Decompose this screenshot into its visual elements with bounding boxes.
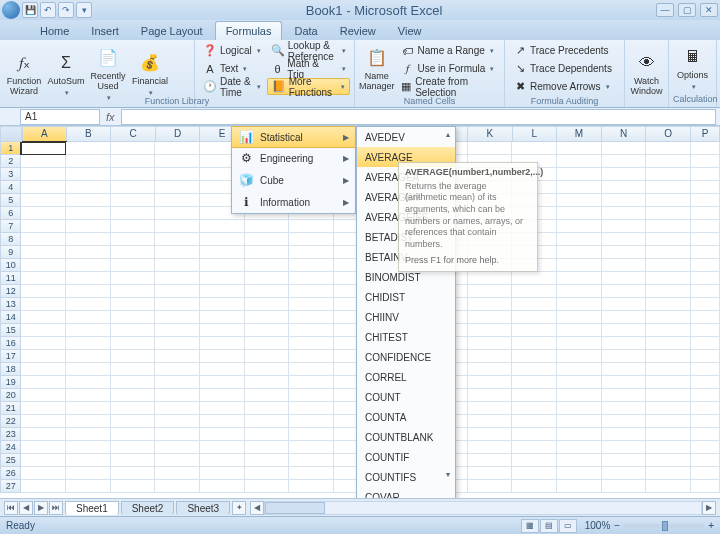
cell[interactable] (512, 467, 557, 480)
cell[interactable] (602, 259, 647, 272)
cell[interactable] (289, 324, 334, 337)
cell[interactable] (602, 155, 647, 168)
function-item[interactable]: COVAR (357, 487, 455, 498)
cell[interactable] (512, 311, 557, 324)
cell[interactable] (21, 428, 66, 441)
cell[interactable] (66, 480, 111, 493)
column-header[interactable]: C (111, 126, 156, 142)
cell[interactable] (111, 441, 156, 454)
cell[interactable] (512, 350, 557, 363)
cell[interactable] (691, 194, 720, 207)
cell[interactable] (512, 441, 557, 454)
cell[interactable] (512, 389, 557, 402)
cell[interactable] (602, 194, 647, 207)
cell[interactable] (200, 363, 245, 376)
cell[interactable] (691, 298, 720, 311)
cell[interactable] (200, 337, 245, 350)
cell[interactable] (289, 428, 334, 441)
cell[interactable] (111, 194, 156, 207)
logical-button[interactable]: ❓Logical▾ (199, 42, 265, 59)
cell[interactable] (66, 402, 111, 415)
cell[interactable] (691, 285, 720, 298)
cell[interactable] (557, 337, 602, 350)
cell[interactable] (557, 363, 602, 376)
cell[interactable] (21, 246, 66, 259)
cell[interactable] (512, 376, 557, 389)
math-button[interactable]: θMath & Trig▾ (267, 60, 350, 77)
cell[interactable] (602, 220, 647, 233)
cell[interactable] (21, 389, 66, 402)
row-header[interactable]: 25 (0, 454, 21, 467)
cell[interactable] (155, 441, 200, 454)
row-header[interactable]: 20 (0, 389, 21, 402)
cell[interactable] (155, 207, 200, 220)
cell[interactable] (155, 402, 200, 415)
cell[interactable] (691, 428, 720, 441)
cell[interactable] (602, 272, 647, 285)
cell[interactable] (155, 220, 200, 233)
cell[interactable] (21, 350, 66, 363)
cell[interactable] (200, 233, 245, 246)
cell[interactable] (21, 207, 66, 220)
row-header[interactable]: 2 (0, 155, 21, 168)
cell[interactable] (602, 376, 647, 389)
cell[interactable] (66, 194, 111, 207)
cell[interactable] (602, 233, 647, 246)
undo-icon[interactable]: ↶ (40, 2, 56, 18)
cell[interactable] (245, 350, 290, 363)
cell[interactable] (21, 467, 66, 480)
cell[interactable] (155, 480, 200, 493)
cell[interactable] (691, 181, 720, 194)
cell[interactable] (111, 324, 156, 337)
cell[interactable] (691, 480, 720, 493)
row-header[interactable]: 6 (0, 207, 21, 220)
cell[interactable] (111, 376, 156, 389)
cell[interactable] (691, 142, 720, 155)
cell[interactable] (66, 168, 111, 181)
lookup-button[interactable]: 🔍Lookup & Reference▾ (267, 42, 350, 59)
menu-item-engineering[interactable]: ⚙Engineering▶ (232, 147, 355, 169)
cell[interactable] (245, 285, 290, 298)
cell[interactable] (245, 467, 290, 480)
zoom-slider[interactable] (624, 524, 704, 528)
cell[interactable] (691, 350, 720, 363)
cell[interactable] (200, 402, 245, 415)
cell[interactable] (289, 350, 334, 363)
cell[interactable] (646, 259, 691, 272)
cell[interactable] (289, 454, 334, 467)
cell[interactable] (21, 376, 66, 389)
cell[interactable] (646, 155, 691, 168)
row-header[interactable]: 11 (0, 272, 21, 285)
cell[interactable] (646, 272, 691, 285)
cell[interactable] (245, 337, 290, 350)
cell[interactable] (155, 298, 200, 311)
cell[interactable] (646, 298, 691, 311)
cell[interactable] (512, 454, 557, 467)
cell[interactable] (245, 233, 290, 246)
cell[interactable] (111, 155, 156, 168)
zoom-out-button[interactable]: − (614, 520, 620, 531)
row-header[interactable]: 14 (0, 311, 21, 324)
cell[interactable] (66, 246, 111, 259)
cell[interactable] (691, 363, 720, 376)
cell[interactable] (289, 272, 334, 285)
cell[interactable] (512, 415, 557, 428)
cell[interactable] (691, 467, 720, 480)
cell[interactable] (691, 246, 720, 259)
cell[interactable] (245, 441, 290, 454)
cell[interactable] (289, 233, 334, 246)
function-item[interactable]: CORREL (357, 367, 455, 387)
column-header[interactable]: D (156, 126, 201, 142)
cell[interactable] (66, 220, 111, 233)
cell[interactable] (602, 467, 647, 480)
cell[interactable] (155, 246, 200, 259)
cell[interactable] (691, 402, 720, 415)
cell[interactable] (646, 441, 691, 454)
cell[interactable] (66, 311, 111, 324)
cell[interactable] (468, 363, 513, 376)
tab-review[interactable]: Review (330, 22, 386, 40)
column-header[interactable]: L (513, 126, 558, 142)
row-header[interactable]: 9 (0, 246, 21, 259)
cell[interactable] (21, 363, 66, 376)
cell[interactable] (111, 428, 156, 441)
